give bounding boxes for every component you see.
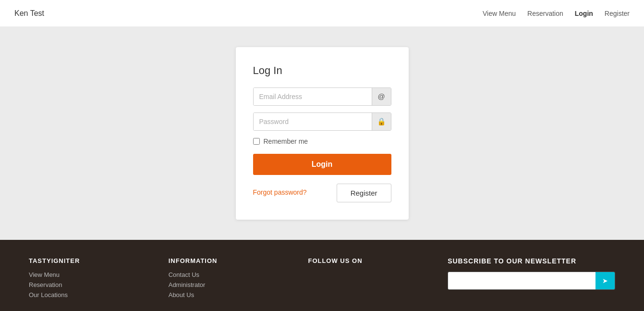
login-title: Log In <box>253 64 391 77</box>
site-header: Ken Test View Menu Reservation Login Reg… <box>0 0 644 26</box>
newsletter-email-input[interactable] <box>448 272 595 289</box>
logo[interactable]: Ken Test <box>14 9 44 18</box>
remember-label: Remember me <box>264 137 308 145</box>
footer-heading-newsletter: Subscribe to our newsletter <box>448 257 615 265</box>
footer-link-about-us[interactable]: About Us <box>169 291 308 299</box>
footer-col-information: INFORMATION Contact Us Administrator Abo… <box>169 257 308 301</box>
bottom-row: Forgot password? Register <box>253 184 391 202</box>
footer-link-view-menu[interactable]: View Menu <box>29 271 169 278</box>
footer-col-tastyigniter: TASTYIGNITER View Menu Reservation Our L… <box>29 257 169 301</box>
nav-login[interactable]: Login <box>575 10 593 17</box>
footer-col-newsletter: Subscribe to our newsletter ➤ <box>448 257 615 301</box>
remember-row: Remember me <box>253 137 391 145</box>
footer-link-our-locations[interactable]: Our Locations <box>29 291 169 299</box>
forgot-password-link[interactable]: Forgot password? <box>253 188 307 198</box>
remember-checkbox[interactable] <box>253 138 260 145</box>
email-input-group: @ <box>253 87 391 106</box>
site-footer: TASTYIGNITER View Menu Reservation Our L… <box>0 240 644 311</box>
nav-register[interactable]: Register <box>605 10 630 17</box>
footer-col-social: FOLLOW US ON <box>308 257 448 301</box>
login-card: Log In @ 🔒 Remember me Login Forgot pass… <box>236 47 409 220</box>
newsletter-form: ➤ <box>448 272 615 290</box>
main-content: Log In @ 🔒 Remember me Login Forgot pass… <box>0 26 644 240</box>
newsletter-submit-button[interactable]: ➤ <box>595 272 615 289</box>
footer-link-contact-us[interactable]: Contact Us <box>169 271 308 278</box>
register-button[interactable]: Register <box>337 184 391 202</box>
main-nav: View Menu Reservation Login Register <box>483 10 630 17</box>
nav-reservation[interactable]: Reservation <box>527 10 563 17</box>
footer-heading-tastyigniter: TASTYIGNITER <box>29 257 169 264</box>
password-field[interactable] <box>254 113 372 130</box>
email-field[interactable] <box>254 88 372 105</box>
nav-view-menu[interactable]: View Menu <box>483 10 516 17</box>
footer-link-administrator[interactable]: Administrator <box>169 281 308 288</box>
footer-link-reservation[interactable]: Reservation <box>29 281 169 288</box>
footer-heading-follow: FOLLOW US ON <box>308 257 448 264</box>
at-icon: @ <box>372 88 391 105</box>
lock-icon: 🔒 <box>372 113 391 130</box>
login-button[interactable]: Login <box>253 154 391 175</box>
footer-heading-information: INFORMATION <box>169 257 308 264</box>
password-input-group: 🔒 <box>253 112 391 131</box>
